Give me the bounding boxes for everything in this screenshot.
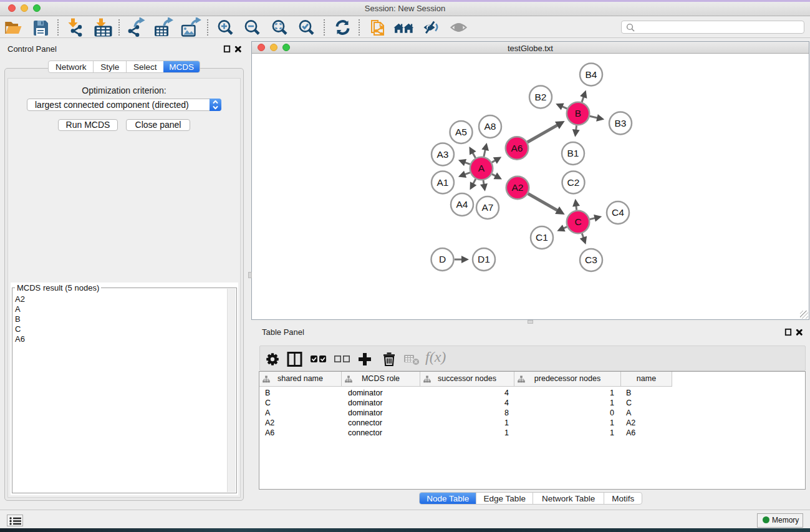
svg-text:D1: D1 [478, 254, 490, 264]
svg-text:A5: A5 [455, 127, 467, 137]
svg-text:C2: C2 [567, 177, 580, 188]
svg-text:A2: A2 [512, 182, 524, 193]
svg-text:A1: A1 [437, 177, 449, 188]
svg-text:A7: A7 [482, 202, 494, 213]
svg-text:D: D [439, 254, 446, 264]
svg-text:A3: A3 [437, 149, 449, 160]
svg-text:A6: A6 [511, 143, 523, 153]
svg-text:A: A [478, 163, 485, 173]
svg-text:C4: C4 [612, 207, 624, 218]
svg-text:B2: B2 [535, 92, 547, 102]
svg-text:B1: B1 [567, 148, 579, 158]
svg-text:B4: B4 [586, 69, 597, 80]
svg-text:C: C [574, 216, 581, 227]
svg-text:C3: C3 [585, 254, 597, 265]
svg-text:B: B [575, 108, 581, 118]
svg-text:A4: A4 [456, 199, 468, 210]
svg-text:B3: B3 [615, 118, 627, 128]
svg-text:C1: C1 [536, 232, 548, 243]
svg-text:A8: A8 [485, 121, 496, 132]
